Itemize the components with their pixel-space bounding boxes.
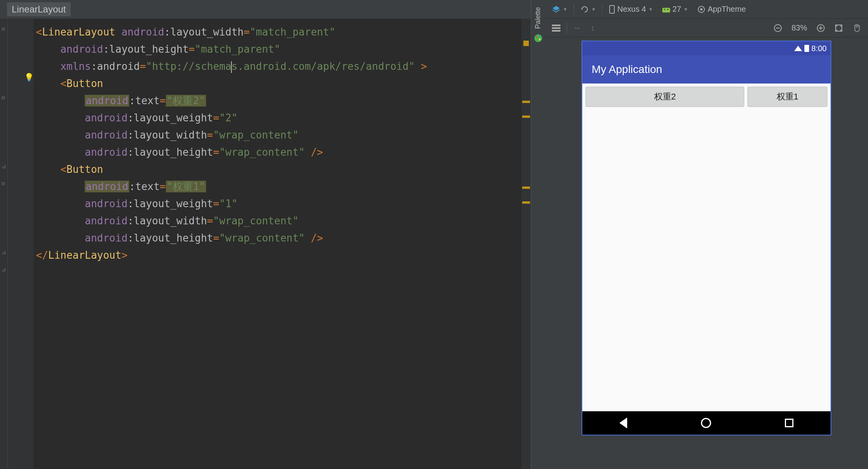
device-name: Nexus 4: [617, 5, 646, 14]
palette-tab[interactable]: Palette: [531, 0, 545, 469]
theme-name: AppTheme: [708, 5, 746, 14]
gutter: 💡: [8, 19, 34, 469]
arrows-horizontal-icon: ↔: [573, 23, 581, 32]
list-icon: [552, 25, 560, 32]
signal-icon: [794, 46, 802, 51]
device-canvas[interactable]: 8:00 My Application 权重2 权重1: [545, 37, 868, 469]
resize-vertical-button[interactable]: ↕: [587, 22, 598, 34]
nav-home-icon[interactable]: [701, 418, 711, 428]
orientation-dropdown[interactable]: ▼: [577, 4, 599, 15]
warning-marker[interactable]: [522, 201, 530, 204]
status-bar: 8:00: [582, 41, 831, 55]
code-text-area[interactable]: <LinearLayout android:layout_width="matc…: [34, 19, 531, 469]
preview-button-weight2[interactable]: 权重2: [585, 87, 744, 107]
fold-gutter: ⊟ ⊟ ⊟ ⊿ ⊿ ⊿: [0, 19, 8, 469]
breadcrumb-item[interactable]: LinearLayout: [7, 2, 71, 16]
device-frame: 8:00 My Application 权重2 权重1: [582, 41, 831, 435]
breadcrumb-bar: LinearLayout: [0, 0, 531, 19]
zoom-in-icon: [816, 24, 825, 32]
device-icon: [609, 5, 615, 14]
arrows-vertical-icon: ↕: [591, 23, 594, 32]
separator: [567, 23, 567, 34]
battery-icon: [804, 45, 809, 52]
fold-icon[interactable]: ⊟: [2, 180, 6, 185]
status-time: 8:00: [811, 44, 827, 53]
svg-rect-10: [552, 25, 560, 26]
app-title: My Application: [592, 63, 662, 76]
warning-marker[interactable]: [522, 187, 530, 189]
zoom-out-button[interactable]: [770, 22, 785, 34]
resize-horizontal-button[interactable]: ↔: [570, 22, 584, 34]
svg-rect-4: [610, 5, 614, 13]
svg-point-0: [534, 34, 542, 42]
svg-rect-5: [662, 8, 670, 12]
fold-icon[interactable]: ⊟: [2, 94, 6, 99]
warning-marker[interactable]: [523, 41, 529, 46]
chevron-down-icon: ▼: [591, 7, 596, 12]
pan-button[interactable]: [849, 22, 864, 34]
palette-icon: [534, 34, 543, 43]
rotate-icon: [580, 5, 589, 14]
separator: [574, 4, 574, 15]
view-mode-button[interactable]: [549, 23, 564, 33]
api-level: 27: [672, 5, 681, 14]
svg-point-7: [667, 9, 669, 10]
svg-point-1: [536, 36, 537, 38]
svg-point-2: [539, 36, 540, 37]
api-selector[interactable]: 27 ▼: [659, 3, 691, 15]
zoom-fit-button[interactable]: [831, 22, 846, 34]
device-selector[interactable]: Nexus 4 ▼: [606, 3, 656, 16]
code-editor-pane: LinearLayout ⊟ ⊟ ⊟ ⊿ ⊿ ⊿ 💡 <LinearLayout…: [0, 0, 531, 469]
svg-point-6: [664, 9, 665, 10]
lightbulb-icon[interactable]: 💡: [24, 73, 34, 82]
preview-button-weight1[interactable]: 权重1: [747, 87, 827, 107]
warning-marker[interactable]: [522, 115, 530, 118]
zoom-in-button[interactable]: [813, 22, 828, 34]
design-toolbar-secondary: ↔ ↕ 83%: [545, 19, 868, 37]
fold-icon[interactable]: ⊟: [2, 26, 6, 30]
layers-dropdown[interactable]: ▼: [549, 4, 571, 15]
code-container: ⊟ ⊟ ⊟ ⊿ ⊿ ⊿ 💡 <LinearLayout android:layo…: [0, 19, 531, 469]
design-preview-panel: ▼ ▼ Nexus 4 ▼ 27 ▼ AppTheme ↔: [545, 0, 868, 469]
zoom-level: 83%: [788, 22, 810, 34]
fit-icon: [834, 24, 843, 32]
fold-close-icon[interactable]: ⊿: [2, 266, 6, 271]
chevron-down-icon: ▼: [648, 7, 653, 12]
app-content: 权重2 权重1: [582, 83, 831, 411]
svg-rect-11: [552, 27, 560, 29]
chevron-down-icon: ▼: [683, 7, 688, 12]
svg-point-9: [700, 8, 703, 11]
navigation-bar: [582, 411, 831, 435]
theme-selector[interactable]: AppTheme: [694, 3, 749, 15]
marker-strip: [521, 19, 531, 469]
layers-icon: [552, 5, 560, 14]
nav-recent-icon[interactable]: [785, 419, 793, 427]
app-bar: My Application: [582, 55, 831, 83]
chevron-down-icon: ▼: [563, 7, 567, 12]
nav-back-icon[interactable]: [619, 417, 627, 428]
separator: [602, 4, 603, 15]
warning-marker[interactable]: [522, 101, 530, 103]
fold-close-icon[interactable]: ⊿: [2, 249, 6, 254]
svg-rect-12: [552, 30, 560, 32]
design-toolbar: ▼ ▼ Nexus 4 ▼ 27 ▼ AppTheme: [545, 0, 868, 19]
button-row: 权重2 权重1: [585, 87, 827, 107]
svg-point-3: [539, 39, 541, 40]
hand-icon: [852, 24, 861, 32]
palette-label: Palette: [534, 7, 542, 29]
theme-icon: [697, 5, 705, 13]
zoom-out-icon: [774, 24, 782, 32]
android-icon: [662, 6, 670, 12]
fold-close-icon[interactable]: ⊿: [2, 163, 6, 168]
